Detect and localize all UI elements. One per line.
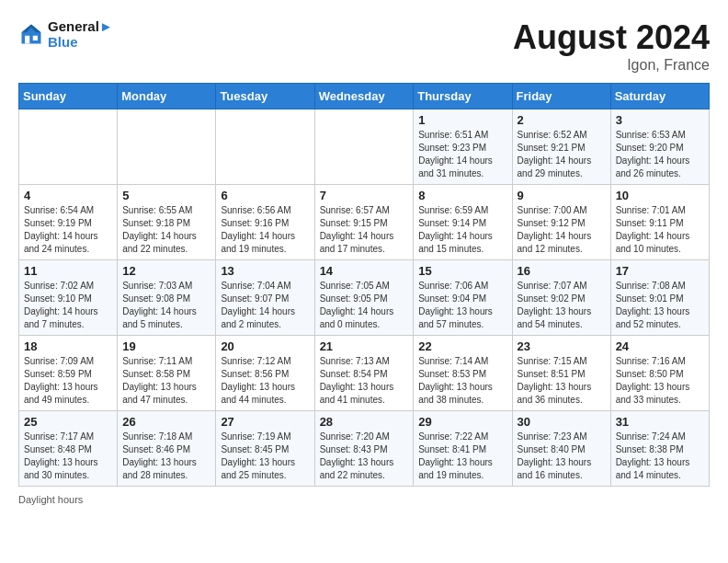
calendar-cell: 25Sunrise: 7:17 AM Sunset: 8:48 PM Dayli… bbox=[19, 411, 118, 487]
day-info: Sunrise: 6:53 AM Sunset: 9:20 PM Dayligh… bbox=[616, 129, 704, 180]
day-number: 19 bbox=[122, 339, 210, 353]
day-info: Sunrise: 7:11 AM Sunset: 8:58 PM Dayligh… bbox=[122, 355, 210, 407]
day-number: 3 bbox=[616, 113, 704, 127]
svg-rect-2 bbox=[25, 36, 29, 44]
day-number: 24 bbox=[616, 339, 704, 353]
day-info: Sunrise: 7:23 AM Sunset: 8:40 PM Dayligh… bbox=[518, 431, 606, 482]
day-of-week-wednesday: Wednesday bbox=[314, 84, 414, 109]
day-info: Sunrise: 7:06 AM Sunset: 9:04 PM Dayligh… bbox=[418, 280, 506, 331]
day-number: 21 bbox=[320, 339, 409, 353]
calendar-cell: 2Sunrise: 6:52 AM Sunset: 9:21 PM Daylig… bbox=[512, 109, 610, 185]
calendar-week-1: 1Sunrise: 6:51 AM Sunset: 9:23 PM Daylig… bbox=[19, 109, 710, 185]
day-info: Sunrise: 6:55 AM Sunset: 9:18 PM Dayligh… bbox=[122, 204, 210, 256]
day-number: 15 bbox=[418, 264, 506, 278]
calendar-cell: 23Sunrise: 7:15 AM Sunset: 8:51 PM Dayli… bbox=[512, 336, 610, 411]
day-of-week-sunday: Sunday bbox=[19, 84, 118, 109]
day-of-week-saturday: Saturday bbox=[610, 84, 709, 109]
day-number: 25 bbox=[24, 415, 112, 429]
calendar-cell: 10Sunrise: 7:01 AM Sunset: 9:11 PM Dayli… bbox=[610, 185, 709, 260]
day-info: Sunrise: 6:51 AM Sunset: 9:23 PM Dayligh… bbox=[418, 129, 506, 180]
day-number: 1 bbox=[418, 113, 506, 127]
day-info: Sunrise: 7:08 AM Sunset: 9:01 PM Dayligh… bbox=[616, 280, 704, 331]
calendar-cell: 13Sunrise: 7:04 AM Sunset: 9:07 PM Dayli… bbox=[216, 260, 314, 336]
day-info: Sunrise: 6:52 AM Sunset: 9:21 PM Dayligh… bbox=[518, 129, 606, 180]
calendar-cell: 21Sunrise: 7:13 AM Sunset: 8:54 PM Dayli… bbox=[314, 336, 414, 411]
calendar-week-2: 4Sunrise: 6:54 AM Sunset: 9:19 PM Daylig… bbox=[19, 185, 710, 260]
calendar-cell: 17Sunrise: 7:08 AM Sunset: 9:01 PM Dayli… bbox=[610, 260, 709, 336]
calendar-cell: 30Sunrise: 7:23 AM Sunset: 8:40 PM Dayli… bbox=[512, 411, 610, 487]
calendar-cell: 5Sunrise: 6:55 AM Sunset: 9:18 PM Daylig… bbox=[118, 185, 216, 260]
calendar-cell: 18Sunrise: 7:09 AM Sunset: 8:59 PM Dayli… bbox=[19, 336, 118, 411]
calendar-cell: 4Sunrise: 6:54 AM Sunset: 9:19 PM Daylig… bbox=[19, 185, 118, 260]
calendar-cell: 31Sunrise: 7:24 AM Sunset: 8:38 PM Dayli… bbox=[610, 411, 709, 487]
day-info: Sunrise: 7:20 AM Sunset: 8:43 PM Dayligh… bbox=[320, 431, 409, 482]
day-number: 10 bbox=[616, 189, 704, 202]
calendar-cell: 14Sunrise: 7:05 AM Sunset: 9:05 PM Dayli… bbox=[314, 260, 414, 336]
day-info: Sunrise: 6:56 AM Sunset: 9:16 PM Dayligh… bbox=[221, 204, 309, 256]
day-number: 7 bbox=[320, 189, 409, 202]
day-info: Sunrise: 7:17 AM Sunset: 8:48 PM Dayligh… bbox=[24, 431, 112, 482]
svg-rect-3 bbox=[33, 36, 38, 40]
calendar-cell: 22Sunrise: 7:14 AM Sunset: 8:53 PM Dayli… bbox=[414, 336, 512, 411]
day-of-week-thursday: Thursday bbox=[414, 84, 512, 109]
day-number: 14 bbox=[320, 264, 409, 278]
footer: Daylight hours bbox=[18, 494, 710, 505]
day-number: 20 bbox=[221, 339, 309, 353]
day-info: Sunrise: 7:15 AM Sunset: 8:51 PM Dayligh… bbox=[518, 355, 606, 407]
calendar-cell: 3Sunrise: 6:53 AM Sunset: 9:20 PM Daylig… bbox=[610, 109, 709, 185]
day-number: 8 bbox=[418, 189, 506, 202]
day-number: 18 bbox=[24, 339, 112, 353]
day-info: Sunrise: 7:13 AM Sunset: 8:54 PM Dayligh… bbox=[320, 355, 409, 407]
day-info: Sunrise: 7:12 AM Sunset: 8:56 PM Dayligh… bbox=[221, 355, 309, 407]
calendar-cell: 29Sunrise: 7:22 AM Sunset: 8:41 PM Dayli… bbox=[414, 411, 512, 487]
day-number: 28 bbox=[320, 415, 409, 429]
day-number: 6 bbox=[221, 189, 309, 202]
calendar-cell: 24Sunrise: 7:16 AM Sunset: 8:50 PM Dayli… bbox=[610, 336, 709, 411]
calendar-week-4: 18Sunrise: 7:09 AM Sunset: 8:59 PM Dayli… bbox=[19, 336, 710, 411]
day-of-week-monday: Monday bbox=[118, 84, 216, 109]
day-number: 31 bbox=[616, 415, 704, 429]
month-title: August 2024 bbox=[513, 18, 710, 57]
day-info: Sunrise: 7:03 AM Sunset: 9:08 PM Dayligh… bbox=[122, 280, 210, 331]
day-number: 13 bbox=[221, 264, 309, 278]
day-number: 27 bbox=[221, 415, 309, 429]
calendar-cell bbox=[314, 109, 414, 185]
day-info: Sunrise: 7:01 AM Sunset: 9:11 PM Dayligh… bbox=[616, 204, 704, 256]
calendar-table: SundayMondayTuesdayWednesdayThursdayFrid… bbox=[18, 83, 710, 487]
day-info: Sunrise: 7:00 AM Sunset: 9:12 PM Dayligh… bbox=[518, 204, 606, 256]
calendar-cell: 26Sunrise: 7:18 AM Sunset: 8:46 PM Dayli… bbox=[118, 411, 216, 487]
day-info: Sunrise: 6:54 AM Sunset: 9:19 PM Dayligh… bbox=[24, 204, 112, 256]
calendar-cell: 19Sunrise: 7:11 AM Sunset: 8:58 PM Dayli… bbox=[118, 336, 216, 411]
calendar-cell: 15Sunrise: 7:06 AM Sunset: 9:04 PM Dayli… bbox=[414, 260, 512, 336]
calendar-header-row: SundayMondayTuesdayWednesdayThursdayFrid… bbox=[19, 84, 710, 109]
calendar-cell bbox=[19, 109, 118, 185]
day-of-week-tuesday: Tuesday bbox=[216, 84, 314, 109]
day-info: Sunrise: 7:09 AM Sunset: 8:59 PM Dayligh… bbox=[24, 355, 112, 407]
day-info: Sunrise: 7:22 AM Sunset: 8:41 PM Dayligh… bbox=[418, 431, 506, 482]
location: Igon, France bbox=[513, 57, 710, 74]
day-number: 17 bbox=[616, 264, 704, 278]
day-number: 12 bbox=[122, 264, 210, 278]
day-info: Sunrise: 7:14 AM Sunset: 8:53 PM Dayligh… bbox=[418, 355, 506, 407]
logo-text: General► Blue bbox=[48, 18, 113, 50]
day-info: Sunrise: 7:05 AM Sunset: 9:05 PM Dayligh… bbox=[320, 280, 409, 331]
day-info: Sunrise: 6:59 AM Sunset: 9:14 PM Dayligh… bbox=[418, 204, 506, 256]
day-info: Sunrise: 7:07 AM Sunset: 9:02 PM Dayligh… bbox=[518, 280, 606, 331]
day-number: 29 bbox=[418, 415, 506, 429]
calendar-cell: 8Sunrise: 6:59 AM Sunset: 9:14 PM Daylig… bbox=[414, 185, 512, 260]
calendar-cell: 9Sunrise: 7:00 AM Sunset: 9:12 PM Daylig… bbox=[512, 185, 610, 260]
day-info: Sunrise: 7:24 AM Sunset: 8:38 PM Dayligh… bbox=[616, 431, 704, 482]
day-number: 26 bbox=[122, 415, 210, 429]
day-number: 22 bbox=[418, 339, 506, 353]
day-number: 2 bbox=[518, 113, 606, 127]
calendar-cell: 20Sunrise: 7:12 AM Sunset: 8:56 PM Dayli… bbox=[216, 336, 314, 411]
day-number: 4 bbox=[24, 189, 112, 202]
daylight-hours-note: Daylight hours bbox=[18, 494, 83, 505]
day-number: 5 bbox=[122, 189, 210, 202]
day-info: Sunrise: 7:02 AM Sunset: 9:10 PM Dayligh… bbox=[24, 280, 112, 331]
calendar-week-5: 25Sunrise: 7:17 AM Sunset: 8:48 PM Dayli… bbox=[19, 411, 710, 487]
day-number: 23 bbox=[518, 339, 606, 353]
day-of-week-friday: Friday bbox=[512, 84, 610, 109]
logo: General► Blue bbox=[18, 18, 113, 50]
calendar-cell: 28Sunrise: 7:20 AM Sunset: 8:43 PM Dayli… bbox=[314, 411, 414, 487]
